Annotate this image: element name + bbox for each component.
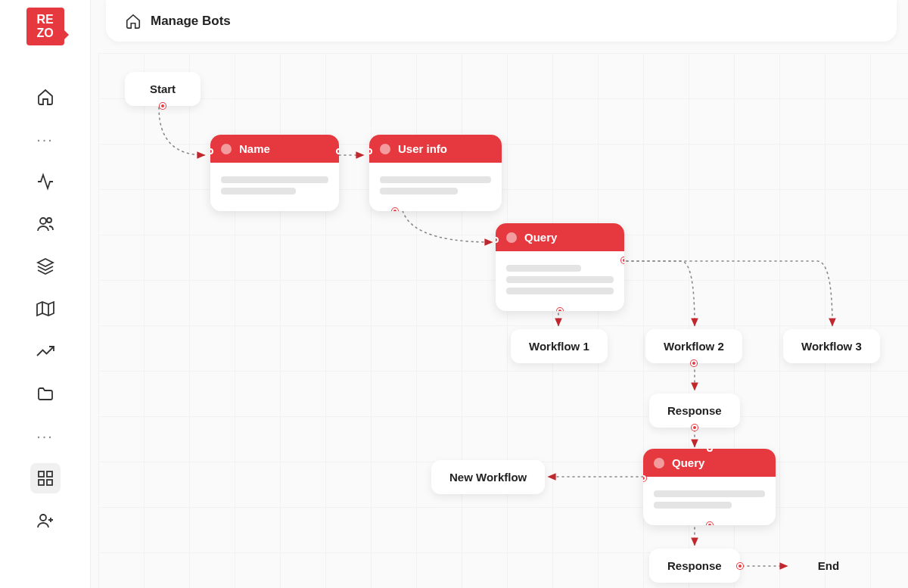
node-label: New Workflow xyxy=(449,471,527,484)
node-response-2[interactable]: Response xyxy=(649,549,740,583)
nav-home[interactable] xyxy=(30,82,61,112)
node-header: Query xyxy=(496,223,624,251)
node-label: Start xyxy=(150,82,176,95)
nav-folder[interactable] xyxy=(30,378,61,409)
node-label: Response xyxy=(667,559,722,572)
nav-more-bottom[interactable]: ··· xyxy=(30,421,61,451)
users-icon xyxy=(36,215,54,233)
port-out-right[interactable] xyxy=(621,257,624,263)
activity-icon xyxy=(36,173,54,191)
port-out[interactable] xyxy=(737,563,743,569)
node-label: Response xyxy=(667,404,722,417)
home-icon xyxy=(36,88,54,106)
status-dot-icon xyxy=(654,458,664,468)
svg-point-0 xyxy=(40,218,46,224)
status-dot-icon xyxy=(506,232,517,243)
layers-icon xyxy=(36,257,54,275)
port-out[interactable] xyxy=(692,425,698,431)
node-label: User info xyxy=(398,142,447,155)
topbar: Manage Bots xyxy=(106,0,897,42)
port-out-bottom[interactable] xyxy=(707,522,713,525)
page-title: Manage Bots xyxy=(151,14,231,29)
placeholder-line xyxy=(221,176,328,183)
node-response[interactable]: Response xyxy=(649,394,740,428)
svg-rect-3 xyxy=(47,471,52,477)
status-dot-icon xyxy=(221,144,232,154)
nav-map[interactable] xyxy=(30,294,61,324)
node-label: Workflow 1 xyxy=(529,340,589,353)
nav-trending[interactable] xyxy=(30,336,61,366)
map-icon xyxy=(36,300,54,318)
home-icon xyxy=(125,13,141,30)
connectors xyxy=(98,53,908,588)
nav-users[interactable] xyxy=(30,209,61,239)
svg-rect-2 xyxy=(39,471,44,477)
node-start[interactable]: Start xyxy=(125,72,201,106)
port-out[interactable] xyxy=(691,360,697,366)
svg-rect-4 xyxy=(39,480,44,485)
svg-rect-5 xyxy=(47,480,52,485)
status-dot-icon xyxy=(380,144,390,154)
placeholder-line xyxy=(506,288,614,294)
node-header: Query xyxy=(643,449,776,477)
nav-more-top[interactable]: ··· xyxy=(30,124,61,154)
node-body xyxy=(496,251,624,311)
port-out[interactable] xyxy=(336,148,339,154)
port-out[interactable] xyxy=(392,208,398,211)
node-query-2[interactable]: Query xyxy=(643,449,776,525)
node-label: Workflow 3 xyxy=(801,340,862,353)
node-workflow-1[interactable]: Workflow 1 xyxy=(511,329,608,363)
nav-add-user[interactable] xyxy=(30,506,61,536)
node-query[interactable]: Query xyxy=(496,223,624,311)
svg-point-6 xyxy=(40,515,46,521)
placeholder-line xyxy=(380,188,458,194)
node-user-info[interactable]: User info xyxy=(369,135,502,211)
node-label: Query xyxy=(524,231,557,244)
node-workflow-3[interactable]: Workflow 3 xyxy=(783,329,880,363)
node-label: End xyxy=(818,559,839,572)
node-body xyxy=(210,163,339,211)
folder-icon xyxy=(36,384,54,403)
node-body xyxy=(369,163,502,211)
node-end[interactable]: End xyxy=(791,549,866,583)
flow-canvas[interactable]: Start Name User info Query xyxy=(98,53,908,588)
placeholder-line xyxy=(221,188,296,194)
add-user-icon xyxy=(36,512,54,530)
brand-logo: RE ZO xyxy=(26,8,64,45)
svg-point-1 xyxy=(47,218,51,222)
node-new-workflow[interactable]: New Workflow xyxy=(431,460,545,494)
node-label: Name xyxy=(239,142,270,155)
placeholder-line xyxy=(654,502,732,509)
node-workflow-2[interactable]: Workflow 2 xyxy=(645,329,742,363)
placeholder-line xyxy=(506,265,581,272)
sidebar: RE ZO ··· ··· xyxy=(0,0,91,588)
node-label: Workflow 2 xyxy=(664,340,724,353)
placeholder-line xyxy=(506,276,614,283)
nav-dashboard[interactable] xyxy=(30,463,61,493)
node-header: Name xyxy=(210,135,339,163)
placeholder-line xyxy=(654,490,765,497)
node-header: User info xyxy=(369,135,502,163)
nav-layers[interactable] xyxy=(30,251,61,282)
node-label: Query xyxy=(672,456,704,469)
nav-activity[interactable] xyxy=(30,166,61,197)
dashboard-icon xyxy=(36,469,54,487)
placeholder-line xyxy=(380,176,491,183)
port-out-bottom[interactable] xyxy=(557,308,563,311)
trending-icon xyxy=(36,342,54,360)
node-name[interactable]: Name xyxy=(210,135,339,211)
port-out[interactable] xyxy=(160,103,166,109)
node-body xyxy=(643,477,776,525)
